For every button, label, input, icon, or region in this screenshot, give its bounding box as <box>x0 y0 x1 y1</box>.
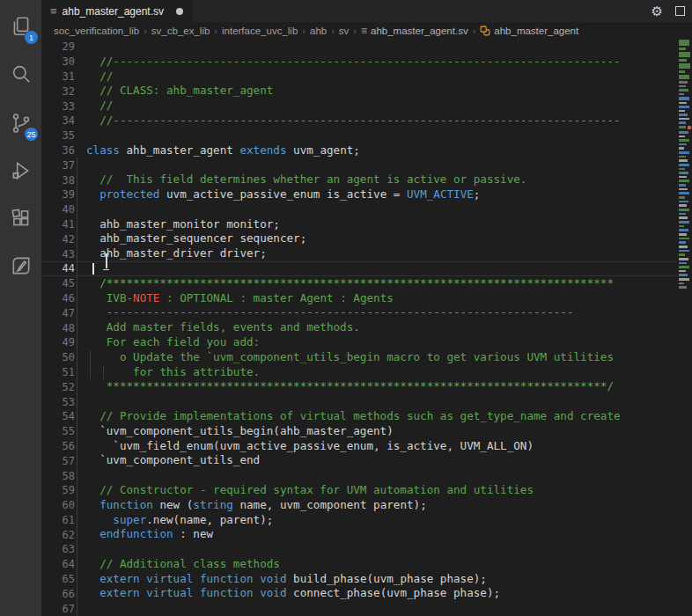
line-number[interactable]: 44 <box>48 262 75 275</box>
breadcrumb-folder[interactable]: ahb <box>310 26 327 36</box>
code-line[interactable]: 36class ahb_master_agent extends uvm_age… <box>41 143 677 158</box>
search-icon[interactable] <box>0 55 41 93</box>
line-number[interactable]: 58 <box>48 470 75 482</box>
code-text: //--------------------------------------… <box>86 55 621 70</box>
code-line[interactable]: 33 // <box>41 99 677 114</box>
code-line[interactable]: 66 extern virtual function void connect_… <box>41 586 677 601</box>
code-line[interactable]: 42 ahb_master_sequencer sequencer; <box>41 231 677 246</box>
breadcrumb-symbol[interactable]: ahb_master_agent <box>480 26 578 36</box>
line-number[interactable]: 65 <box>48 573 75 585</box>
code-line[interactable]: 52 *************************************… <box>41 379 677 394</box>
code-line[interactable]: 48 Add master fields, events and methods… <box>41 320 677 335</box>
line-number[interactable]: 38 <box>48 174 75 187</box>
line-number[interactable]: 37 <box>48 159 75 172</box>
code-line[interactable]: 40 <box>41 202 677 217</box>
line-number[interactable]: 52 <box>48 381 75 393</box>
line-number[interactable]: 34 <box>48 114 75 127</box>
line-number[interactable]: 61 <box>48 514 75 526</box>
line-number[interactable]: 54 <box>48 410 75 422</box>
code-line[interactable]: 37 <box>41 158 677 172</box>
notebook-tool-icon[interactable] <box>0 246 41 285</box>
code-line[interactable]: 38 // This field determines whether an a… <box>41 172 677 187</box>
line-number[interactable]: 49 <box>48 336 75 348</box>
line-number[interactable]: 48 <box>48 322 75 334</box>
code-line[interactable]: 65 extern virtual function void build_ph… <box>41 572 677 587</box>
code-line[interactable]: 58 <box>41 468 677 483</box>
code-line[interactable]: 43 ahb_master_driver driver; <box>41 246 677 261</box>
modified-dot-icon[interactable] <box>176 8 183 15</box>
code-line[interactable]: 30 //-----------------------------------… <box>41 55 677 70</box>
line-number[interactable]: 32 <box>48 85 75 98</box>
editor[interactable]: 2930 //---------------------------------… <box>41 40 692 616</box>
code-line[interactable]: 61 super.new(name, parent); <box>41 513 677 528</box>
code-line[interactable]: 29 <box>41 40 677 55</box>
editor-layout-icon[interactable] <box>675 6 685 16</box>
code-line[interactable]: 39 protected uvm_active_passive_enum is_… <box>41 187 677 202</box>
code-line[interactable]: 44 <box>41 261 677 276</box>
code-line[interactable]: 31 // <box>41 70 677 84</box>
code-line[interactable]: 50 o Update the `uvm_component_utils_beg… <box>41 350 677 365</box>
code-line[interactable]: 63 <box>41 542 677 557</box>
line-number[interactable]: 30 <box>48 55 75 68</box>
line-number[interactable]: 57 <box>48 455 75 467</box>
line-number[interactable]: 55 <box>48 425 75 437</box>
code-area[interactable]: 2930 //---------------------------------… <box>41 40 692 616</box>
line-number[interactable]: 60 <box>48 499 75 511</box>
code-line[interactable]: 47 -------------------------------------… <box>41 305 677 320</box>
line-number[interactable]: 53 <box>48 396 75 408</box>
code-line[interactable]: 46 IVB-NOTE : OPTIONAL : master Agent : … <box>41 291 677 306</box>
line-number[interactable]: 36 <box>48 144 75 157</box>
line-number[interactable]: 29 <box>48 40 75 53</box>
line-number[interactable]: 39 <box>48 188 75 201</box>
line-number[interactable]: 64 <box>48 558 75 570</box>
explorer-icon[interactable]: 1 <box>0 7 41 46</box>
line-number[interactable]: 62 <box>48 529 75 541</box>
code-line[interactable]: 56 `uvm_field_enum(uvm_active_passive_en… <box>41 439 677 454</box>
line-number[interactable]: 51 <box>48 366 75 378</box>
code-line[interactable]: 60 function new (string name, uvm_compon… <box>41 498 677 513</box>
line-number[interactable]: 40 <box>48 203 75 216</box>
line-number[interactable]: 31 <box>48 70 75 83</box>
line-number[interactable]: 67 <box>48 603 75 615</box>
line-number[interactable]: 47 <box>48 307 75 319</box>
minimap[interactable] <box>678 40 692 616</box>
line-number[interactable]: 59 <box>48 484 75 496</box>
breadcrumb-folder[interactable]: sv_cb_ex_lib <box>151 26 210 36</box>
line-number[interactable]: 56 <box>48 440 75 452</box>
code-line[interactable]: 57 `uvm_component_utils_end <box>41 453 677 468</box>
code-line[interactable]: 62 endfunction : new <box>41 527 677 542</box>
line-number[interactable]: 63 <box>48 543 75 555</box>
line-number[interactable]: 41 <box>48 218 75 231</box>
code-line[interactable]: 54 // Provide implementations of virtual… <box>41 409 677 424</box>
code-line[interactable]: 67 <box>41 601 677 616</box>
code-line[interactable]: 49 For each field you add: <box>41 335 677 350</box>
line-number[interactable]: 43 <box>48 248 75 260</box>
run-debug-icon[interactable] <box>0 151 41 190</box>
breadcrumb-folder[interactable]: soc_verification_lib <box>54 26 139 36</box>
code-line[interactable]: 53 <box>41 394 677 409</box>
breadcrumb-folder[interactable]: interface_uvc_lib <box>222 26 298 36</box>
code-line[interactable]: 55 `uvm_component_utils_begin(ahb_master… <box>41 424 677 439</box>
tab-ahb-master-agent[interactable]: ≡ ahb_master_agent.sv <box>41 0 192 22</box>
code-line[interactable]: 41 ahb_master_monitor monitor; <box>41 217 677 232</box>
breadcrumb-file[interactable]: ≡ahb_master_agent.sv <box>361 25 468 37</box>
line-number[interactable]: 66 <box>48 588 75 600</box>
line-number[interactable]: 35 <box>48 129 75 142</box>
settings-gear-icon[interactable]: ⚙ <box>652 4 663 18</box>
source-control-icon[interactable]: 25 <box>0 104 41 143</box>
code-line[interactable]: 64 // Additional class methods <box>41 557 677 572</box>
line-number[interactable]: 50 <box>48 351 75 363</box>
line-number[interactable]: 45 <box>48 277 75 290</box>
code-line[interactable]: 45 /************************************… <box>41 276 677 291</box>
extensions-icon[interactable] <box>0 199 41 238</box>
minimap-line-mark <box>679 59 687 62</box>
code-line[interactable]: 35 <box>41 128 677 143</box>
line-number[interactable]: 33 <box>48 100 75 113</box>
code-line[interactable]: 51 for this attribute. <box>41 365 677 380</box>
code-line[interactable]: 59 // Constructor - required syntax for … <box>41 483 677 498</box>
code-line[interactable]: 32 // CLASS: ahb_master_agent <box>41 84 677 99</box>
line-number[interactable]: 46 <box>48 292 75 304</box>
line-number[interactable]: 42 <box>48 233 75 246</box>
breadcrumb-folder[interactable]: sv <box>339 26 350 36</box>
code-line[interactable]: 34 //-----------------------------------… <box>41 114 677 128</box>
